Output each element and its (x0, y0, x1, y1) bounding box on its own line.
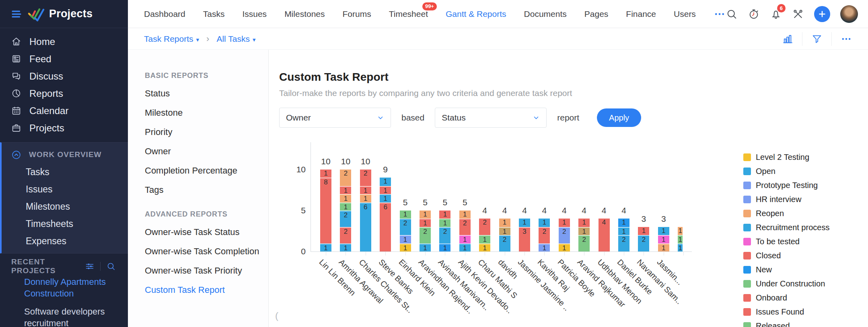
sidebar-item-feed[interactable]: Feed (0, 50, 128, 67)
report-item-owner[interactable]: Owner (145, 142, 268, 161)
legend-item-reopen[interactable]: Reopen (743, 209, 829, 218)
work-overview-header[interactable]: WORK OVERVIEW (2, 146, 128, 164)
sidebar-item-issues[interactable]: Issues (2, 181, 128, 198)
report-item-completion-percentage[interactable]: Completion Percentage (145, 161, 268, 180)
report-item-milestone[interactable]: Milestone (145, 103, 268, 123)
more-options-icon[interactable] (841, 33, 852, 45)
search-icon[interactable] (726, 8, 738, 20)
nav-item-users[interactable]: Users (674, 9, 696, 19)
timer-icon[interactable] (748, 8, 760, 20)
nav-item-dashboard[interactable]: Dashboard (144, 9, 185, 19)
report-item-status[interactable]: Status (145, 84, 268, 103)
right-column: DashboardTasksIssuesMilestonesForumsTime… (128, 0, 868, 327)
add-icon[interactable] (814, 6, 830, 22)
filter-icon[interactable] (811, 33, 823, 45)
report-item-custom-task-report[interactable]: Custom Task Report (145, 280, 268, 300)
legend-label: Open (756, 167, 775, 176)
bar-steve-banks[interactable]: 1116 (380, 178, 391, 251)
first-criteria-select[interactable]: Owner (279, 108, 391, 128)
bar-navamani-sam[interactable]: 12 (638, 227, 649, 251)
bar-total-label: 4 (496, 206, 514, 215)
sidebar-item-projects[interactable]: Projects (0, 119, 128, 137)
legend-item-new[interactable]: New (743, 265, 829, 274)
sidebar-item-calendar[interactable]: Calendar (0, 102, 128, 119)
bar-total-label: 3 (635, 214, 652, 224)
x-axis-tick (644, 252, 644, 255)
bar-ajith-kevin-devado[interactable]: 1211 (459, 211, 471, 251)
chart-prev-arrow[interactable]: ( (275, 310, 278, 321)
sidebar-item-expenses[interactable]: Expenses (2, 233, 128, 250)
bar-daniel-burke[interactable]: 112 (618, 219, 629, 251)
tools-icon[interactable] (792, 8, 804, 20)
bar-lin-lin-brenn[interactable]: 181 (320, 170, 331, 251)
nav-item-documents[interactable]: Documents (524, 9, 567, 19)
recent-project-software-developers-recruitment[interactable]: Software developers recruitment (0, 303, 128, 327)
legend-item-released[interactable]: Released (743, 321, 829, 327)
zoho-projects-logo-icon[interactable] (27, 6, 45, 22)
report-item-owner-wise-task-completion[interactable]: Owner-wise Task Completion (145, 242, 268, 261)
chart-view-icon[interactable] (782, 33, 793, 45)
bar-udhbhav-menon[interactable]: 4 (599, 219, 610, 251)
segment-value: 1 (678, 236, 682, 244)
x-axis-tick (544, 252, 545, 255)
legend-item-open[interactable]: Open (743, 167, 829, 176)
legend-item-recruitment-process[interactable]: Recruitment process (743, 223, 829, 232)
nav-item-gantt-reports[interactable]: Gantt & Reports (446, 9, 506, 19)
segment-value: 1 (562, 219, 566, 227)
breadcrumb-task-reports[interactable]: Task Reports▾ (144, 34, 199, 44)
nav-item-timesheet[interactable]: Timesheet99+ (389, 9, 428, 19)
sidebar-item-discuss[interactable]: Discuss (0, 67, 128, 85)
bar-patricia-boyle[interactable]: 121 (559, 219, 570, 251)
sidebar-item-home[interactable]: Home (0, 33, 128, 50)
sliders-icon[interactable] (85, 262, 95, 271)
bar-charles-charles-st[interactable]: 2116 (360, 170, 371, 251)
report-item-priority[interactable]: Priority (145, 123, 268, 142)
legend-item-level-2-testing[interactable]: Level 2 Testing (743, 153, 829, 162)
apply-button[interactable]: Apply (597, 108, 641, 127)
legend-item-onboard[interactable]: Onboard (743, 293, 829, 302)
bar-total-label: 10 (357, 157, 374, 166)
user-avatar[interactable] (840, 5, 858, 23)
app-root: Projects HomeFeedDiscussReportsCalendarP… (0, 0, 868, 327)
bar-amritha-agrawal[interactable]: 2111221 (340, 170, 351, 251)
bar-einhard-klein[interactable]: 1211 (400, 211, 411, 251)
legend-item-to-be-tested[interactable]: To be tested (743, 237, 829, 246)
legend-item-under-construction[interactable]: Under Construction (743, 279, 829, 288)
bar-segment-red: 1 (559, 219, 570, 227)
nav-item-issues[interactable]: Issues (242, 9, 267, 19)
bar-kavitha-raj[interactable]: 121 (539, 219, 550, 251)
legend-item-closed[interactable]: Closed (743, 251, 829, 260)
nav-item-forums[interactable]: Forums (343, 9, 371, 19)
legend-item-issues-found[interactable]: Issues Found (743, 307, 829, 317)
bell-icon[interactable]: 6 (770, 8, 782, 20)
nav-item-pages[interactable]: Pages (584, 9, 609, 19)
report-item-owner-wise-task-priority[interactable]: Owner-wise Task Priority (145, 261, 268, 280)
bar-jasmine-jasmine[interactable]: 13 (519, 219, 530, 251)
bar-aravind-rajkumar[interactable]: 112 (578, 219, 590, 251)
second-criteria-select[interactable]: Status (435, 108, 547, 128)
bar-segment-red: 1 (360, 186, 371, 194)
recent-project-donnelly-apartments-construction[interactable]: Donnelly Apartments Construction (0, 274, 128, 303)
nav-item-finance[interactable]: Finance (626, 9, 656, 19)
bar-jasmin[interactable]: 111 (658, 227, 669, 251)
report-item-tags[interactable]: Tags (145, 180, 268, 200)
bar-davidh[interactable]: 112 (499, 219, 510, 251)
report-item-owner-wise-task-status[interactable]: Owner-wise Task Status (145, 223, 268, 242)
legend-item-prototype-testing[interactable]: Prototype Testing (743, 181, 829, 190)
sidebar-item-milestones[interactable]: Milestones (2, 198, 128, 215)
sidebar-item-tasks[interactable]: Tasks (2, 164, 128, 181)
breadcrumb-all-tasks[interactable]: All Tasks▾ (216, 34, 255, 44)
bar-segment-yellow: 1 (479, 243, 490, 251)
sidebar-item-timesheets[interactable]: Timesheets (2, 215, 128, 233)
bar-aravindhan-rajend[interactable]: 1121 (420, 211, 431, 251)
sidebar-item-reports[interactable]: Reports (0, 85, 128, 102)
bar-avinash-manivarn[interactable]: 1121 (439, 211, 450, 251)
nav-item-more-menu[interactable] (714, 8, 726, 20)
bar-charu-mathi-s[interactable]: 211 (479, 219, 490, 251)
bar-partial[interactable]: 111 (678, 227, 683, 251)
hamburger-menu-icon[interactable] (10, 8, 23, 20)
search-projects-icon[interactable] (106, 262, 116, 271)
nav-item-milestones[interactable]: Milestones (284, 9, 325, 19)
nav-item-tasks[interactable]: Tasks (203, 9, 225, 19)
legend-item-hr-interview[interactable]: HR interview (743, 195, 829, 204)
